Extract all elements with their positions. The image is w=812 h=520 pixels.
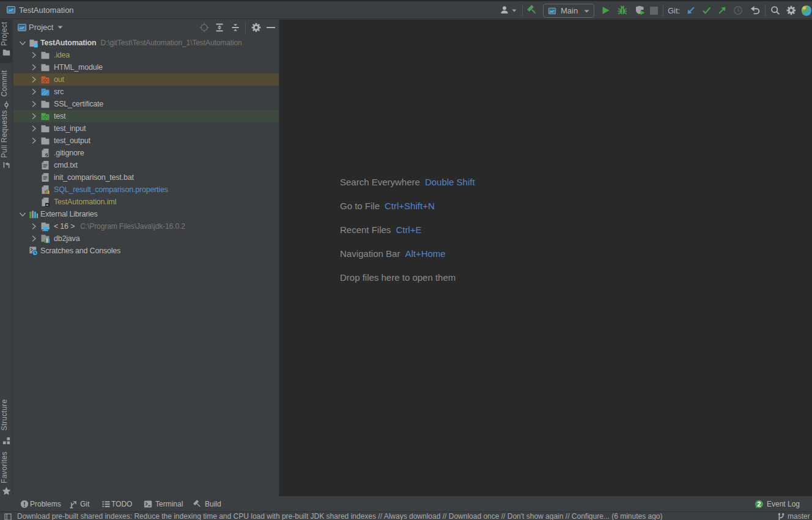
svg-text:2: 2 [758, 500, 761, 508]
